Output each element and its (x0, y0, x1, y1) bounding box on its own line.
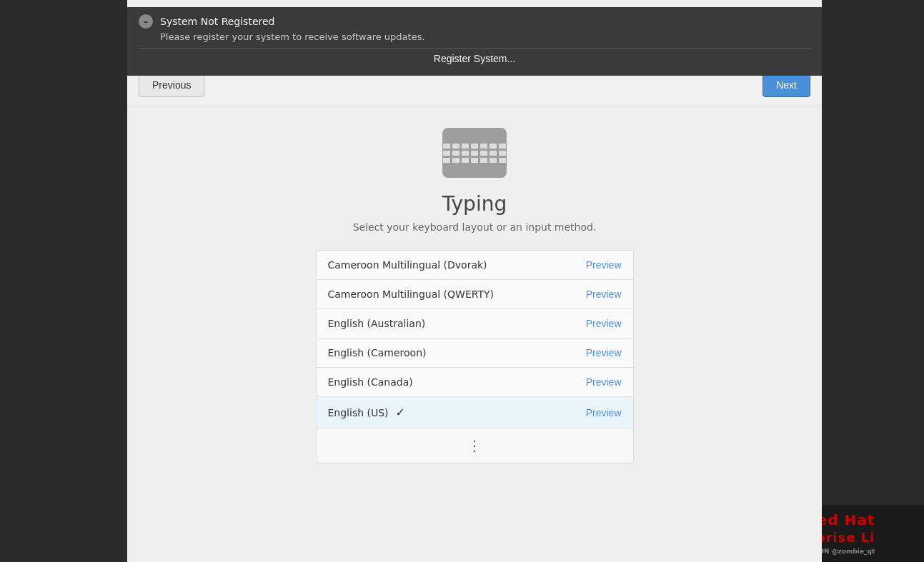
list-item[interactable]: English (Australian) Preview (317, 309, 633, 338)
preview-button-dvorak[interactable]: Preview (586, 259, 622, 271)
preview-button-australian[interactable]: Preview (586, 318, 622, 329)
more-options-button[interactable]: ⋮ (317, 428, 633, 463)
layout-name: English (Cameroon) (328, 347, 427, 358)
notification-message: Please register your system to receive s… (160, 31, 810, 42)
main-container: Previous Next (127, 0, 822, 562)
notification-bar: – System Not Registered Please register … (127, 7, 822, 76)
selected-checkmark: ✓ (396, 406, 405, 419)
preview-button-canada[interactable]: Preview (586, 376, 622, 388)
keyboard-layout-list: Cameroon Multilingual (Dvorak) Preview C… (316, 250, 634, 463)
list-item-selected[interactable]: English (US) ✓ Preview (317, 397, 633, 428)
list-item[interactable]: Cameroon Multilingual (Dvorak) Preview (317, 251, 633, 280)
previous-button[interactable]: Previous (139, 73, 204, 97)
layout-name: English (Australian) (328, 318, 426, 329)
notification-header: – System Not Registered (139, 14, 810, 29)
list-item[interactable]: Cameroon Multilingual (QWERTY) Preview (317, 280, 633, 309)
preview-button-cameroon[interactable]: Preview (586, 347, 622, 358)
preview-button-qwerty[interactable]: Preview (586, 288, 622, 300)
register-system-button[interactable]: Register System... (139, 48, 810, 69)
layout-name: English (US) ✓ (328, 406, 405, 419)
list-item[interactable]: English (Cameroon) Preview (317, 338, 633, 368)
preview-button-us[interactable]: Preview (586, 407, 622, 418)
page-subtitle: Select your keyboard layout or an input … (353, 221, 597, 233)
next-button[interactable]: Next (762, 73, 810, 97)
layout-name: English (Canada) (328, 376, 413, 388)
layout-name: Cameroon Multilingual (Dvorak) (328, 259, 487, 271)
system-not-registered-icon: – (139, 14, 153, 29)
content-area: Typing Select your keyboard layout or an… (127, 106, 822, 562)
notification-title: System Not Registered (160, 16, 274, 27)
keyboard-icon (442, 128, 507, 178)
layout-name: Cameroon Multilingual (QWERTY) (328, 288, 495, 300)
list-item[interactable]: English (Canada) Preview (317, 368, 633, 397)
page-title: Typing (442, 192, 507, 216)
